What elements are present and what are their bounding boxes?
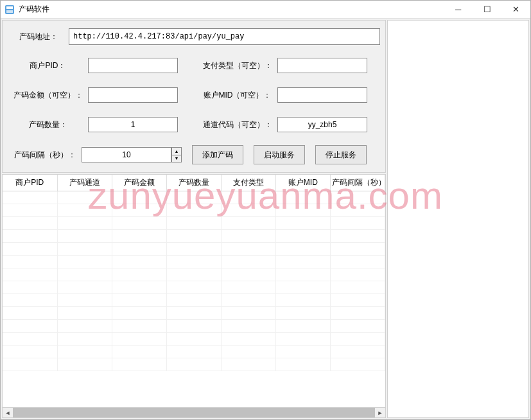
table-row[interactable]	[3, 320, 385, 333]
col-mid[interactable]: 账户MID	[275, 175, 330, 191]
table-row[interactable]	[3, 307, 385, 320]
start-button[interactable]: 启动服务	[254, 145, 305, 164]
col-channel[interactable]: 产码通道	[57, 175, 112, 191]
window-title: 产码软件	[19, 4, 444, 15]
table-row[interactable]	[3, 243, 385, 256]
table-row[interactable]	[3, 217, 385, 230]
col-count[interactable]: 产码数量	[166, 175, 221, 191]
mid-input[interactable]	[277, 87, 367, 103]
spinner-down-icon[interactable]: ▼	[172, 155, 181, 162]
scroll-right-icon[interactable]: ►	[375, 408, 385, 417]
channel-input[interactable]	[277, 117, 367, 132]
data-table: 商户PID 产码通道 产码金额 产码数量 支付类型 账户MID 产码间隔（秒）	[3, 175, 385, 371]
address-input[interactable]	[69, 28, 380, 45]
right-panel	[387, 20, 529, 418]
paytype-input[interactable]	[277, 58, 367, 73]
pid-label: 商户PID：	[8, 60, 88, 71]
table-row[interactable]	[3, 191, 385, 204]
table-row[interactable]	[3, 268, 385, 281]
col-pid[interactable]: 商户PID	[3, 175, 57, 191]
table-row[interactable]	[3, 230, 385, 243]
scroll-thumb[interactable]	[13, 408, 375, 417]
paytype-label: 支付类型（可空）：	[197, 60, 277, 71]
address-label: 产码地址：	[8, 31, 69, 42]
amount-label: 产码金额（可空）：	[8, 90, 88, 101]
table-row[interactable]	[3, 294, 385, 307]
content-area: 产码地址： 商户PID： 支付类型（可空）： 产码金额（可空）：	[1, 19, 530, 419]
count-label: 产码数量：	[8, 119, 88, 130]
pid-input[interactable]	[88, 58, 178, 73]
table-scroll[interactable]: 商户PID 产码通道 产码金额 产码数量 支付类型 账户MID 产码间隔（秒）	[3, 175, 385, 407]
app-icon	[4, 4, 15, 15]
table-panel: 商户PID 产码通道 产码金额 产码数量 支付类型 账户MID 产码间隔（秒）	[2, 174, 386, 418]
left-panel: 产码地址： 商户PID： 支付类型（可空）： 产码金额（可空）：	[2, 20, 386, 418]
table-row[interactable]	[3, 358, 385, 371]
form-panel: 产码地址： 商户PID： 支付类型（可空）： 产码金额（可空）：	[2, 20, 386, 173]
table-row[interactable]	[3, 256, 385, 268]
maximize-button[interactable]: ☐	[473, 1, 501, 18]
address-row: 产码地址：	[8, 28, 380, 45]
table-header-row: 商户PID 产码通道 产码金额 产码数量 支付类型 账户MID 产码间隔（秒）	[3, 175, 385, 191]
svg-rect-2	[6, 10, 13, 13]
interval-input[interactable]	[82, 147, 171, 162]
col-interval[interactable]: 产码间隔（秒）	[330, 175, 385, 191]
channel-label: 通道代码（可空）：	[197, 119, 277, 130]
titlebar[interactable]: 产码软件 ─ ☐ ✕	[1, 1, 530, 19]
table-row[interactable]	[3, 204, 385, 217]
table-row[interactable]	[3, 333, 385, 346]
table-row[interactable]	[3, 346, 385, 358]
table-row[interactable]	[3, 281, 385, 294]
mid-label: 账户MID（可空）：	[197, 90, 277, 101]
col-amount[interactable]: 产码金额	[112, 175, 166, 191]
minimize-button[interactable]: ─	[444, 1, 473, 18]
col-paytype[interactable]: 支付类型	[221, 175, 275, 191]
window-controls: ─ ☐ ✕	[444, 1, 530, 18]
close-button[interactable]: ✕	[501, 1, 530, 18]
count-input[interactable]	[88, 117, 178, 132]
stop-button[interactable]: 停止服务	[315, 145, 367, 164]
amount-input[interactable]	[88, 87, 178, 103]
interval-label: 产码间隔（秒）：	[8, 150, 82, 161]
field-grid: 商户PID： 支付类型（可空）： 产码金额（可空）： 账户MID（可空）：	[8, 58, 380, 132]
add-button[interactable]: 添加产码	[192, 145, 243, 164]
app-window: 产码软件 ─ ☐ ✕ 产码地址： 商户PID： 支付类型（可空）：	[0, 0, 531, 420]
scroll-left-icon[interactable]: ◄	[3, 408, 13, 417]
table-body	[3, 191, 385, 371]
interval-spinner: ▲ ▼	[82, 147, 182, 162]
action-row: 产码间隔（秒）： ▲ ▼ 添加产码 启动服务 停止服务	[8, 145, 380, 164]
svg-rect-1	[6, 6, 13, 9]
spinner-up-icon[interactable]: ▲	[172, 148, 181, 155]
horizontal-scrollbar[interactable]: ◄ ►	[3, 407, 385, 417]
